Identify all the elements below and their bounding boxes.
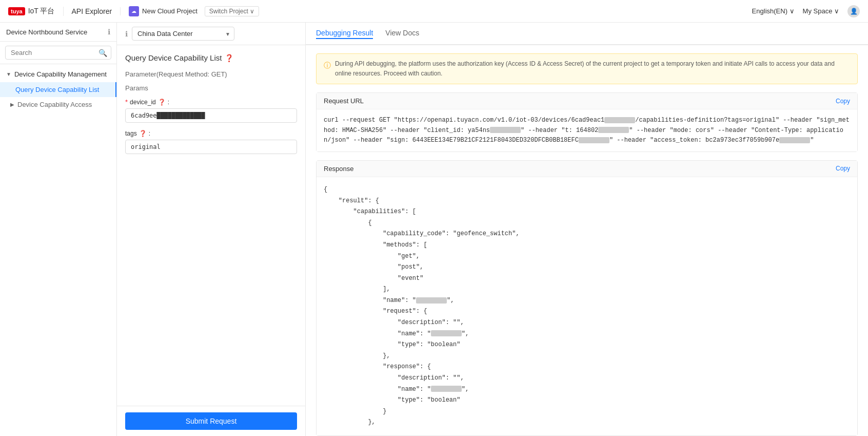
right-body: ⓘ During API debugging, the platform use… xyxy=(306,45,868,436)
middle-body: Query Device Capability List ❓ Parameter… xyxy=(117,45,305,406)
sidebar-item-query-device-capability-list[interactable]: Query Device Capability List xyxy=(0,82,116,97)
sidebar-group-label: Device Capability Management xyxy=(14,70,107,78)
redacted-name-2 xyxy=(431,330,462,336)
tags-input[interactable] xyxy=(125,140,297,154)
param-device-id: * device_id ❓ : xyxy=(125,98,297,123)
tuya-logo-icon: tuya xyxy=(8,7,25,15)
nav-right: English(EN) ∨ My Space ∨ 👤 xyxy=(752,5,860,17)
sidebar: Device Northbound Service ℹ 🔍 ▼ Device C… xyxy=(0,23,117,436)
api-help-icon[interactable]: ❓ xyxy=(225,54,233,62)
middle-header: ℹ China Data Center US Data Center EU Da… xyxy=(117,23,305,45)
params-heading: Params xyxy=(125,84,297,92)
chevron-down-icon: ▼ xyxy=(6,71,11,77)
sidebar-sub-group-capability-access[interactable]: ▶ Device Capability Access xyxy=(0,97,116,112)
copy-request-url-button[interactable]: Copy xyxy=(836,98,850,105)
response-header: Response Copy xyxy=(317,161,857,177)
param-tags-label: tags ❓ : xyxy=(125,130,297,137)
tab-view-docs[interactable]: View Docs xyxy=(385,29,419,39)
sidebar-group-header[interactable]: ▼ Device Capability Management xyxy=(0,66,116,82)
device-id-input[interactable] xyxy=(125,108,297,123)
info-circle-icon: ℹ xyxy=(125,30,128,38)
myspace-selector[interactable]: My Space ∨ xyxy=(803,7,839,15)
project-selector[interactable]: ☁ New Cloud Project Switch Project ∨ xyxy=(129,6,259,16)
redacted-5 xyxy=(779,137,810,143)
warning-text: During API debugging, the platform uses … xyxy=(335,59,850,79)
param-device-id-help-icon[interactable]: ❓ xyxy=(158,99,166,106)
right-tabs: Debugging Result View Docs xyxy=(306,23,868,45)
param-tags: tags ❓ : xyxy=(125,130,297,154)
search-icon: 🔍 xyxy=(98,49,107,57)
submit-request-button[interactable]: Submit Request xyxy=(125,412,297,430)
api-title: Query Device Capability List ❓ xyxy=(125,53,297,62)
response-section: Response Copy { "result": { "capabilitie… xyxy=(316,160,858,436)
response-label: Response xyxy=(324,165,354,173)
tuya-logo-text: IoT 平台 xyxy=(28,7,55,16)
tuya-logo: tuya IoT 平台 xyxy=(8,7,64,16)
redacted-3 xyxy=(598,127,629,133)
search-input[interactable] xyxy=(5,46,111,60)
redacted-1 xyxy=(604,117,635,123)
api-explorer-label: API Explorer xyxy=(72,7,121,15)
chevron-right-icon: ▶ xyxy=(10,102,14,107)
sidebar-title: Device Northbound Service xyxy=(6,28,87,36)
sidebar-group-capability-management: ▼ Device Capability Management Query Dev… xyxy=(0,66,116,97)
redacted-4 xyxy=(579,137,609,143)
param-section-title: Parameter(Request Method: GET) xyxy=(125,70,297,78)
info-icon: ℹ xyxy=(108,28,110,36)
warning-box: ⓘ During API debugging, the platform use… xyxy=(316,53,858,84)
data-center-select-wrapper: China Data Center US Data Center EU Data… xyxy=(132,27,234,41)
request-url-label: Request URL xyxy=(324,97,364,105)
tab-debugging-result[interactable]: Debugging Result xyxy=(316,29,373,39)
redacted-2 xyxy=(490,127,521,133)
request-url-code: curl --request GET "https://openapi.tuya… xyxy=(317,109,857,151)
avatar[interactable]: 👤 xyxy=(847,5,860,17)
main-layout: Device Northbound Service ℹ 🔍 ▼ Device C… xyxy=(0,23,868,436)
sidebar-search: 🔍 xyxy=(0,42,116,64)
response-code: { "result": { "capabilities": [ { "capab… xyxy=(317,177,857,435)
right-panel: Debugging Result View Docs ⓘ During API … xyxy=(306,23,868,436)
param-device-id-label: * device_id ❓ : xyxy=(125,98,297,106)
request-url-section: Request URL Copy curl --request GET "htt… xyxy=(316,92,858,152)
sidebar-header: Device Northbound Service ℹ xyxy=(0,23,116,42)
search-wrapper: 🔍 xyxy=(5,46,111,60)
middle-footer: Submit Request xyxy=(117,406,305,436)
language-selector[interactable]: English(EN) ∨ xyxy=(752,7,795,15)
top-nav: tuya IoT 平台 API Explorer ☁ New Cloud Pro… xyxy=(0,0,868,23)
project-icon: ☁ xyxy=(129,6,139,16)
warning-icon: ⓘ xyxy=(324,60,331,71)
sidebar-nav: ▼ Device Capability Management Query Dev… xyxy=(0,64,116,436)
project-name: New Cloud Project xyxy=(142,7,198,15)
data-center-select[interactable]: China Data Center US Data Center EU Data… xyxy=(132,27,234,41)
request-url-header: Request URL Copy xyxy=(317,93,857,109)
switch-project-button[interactable]: Switch Project ∨ xyxy=(205,6,259,16)
sidebar-sub-group-label: Device Capability Access xyxy=(17,101,92,108)
param-tags-help-icon[interactable]: ❓ xyxy=(139,130,147,137)
middle-panel: ℹ China Data Center US Data Center EU Da… xyxy=(117,23,306,436)
required-marker: * xyxy=(125,98,128,106)
copy-response-button[interactable]: Copy xyxy=(836,165,850,172)
redacted-name-1 xyxy=(416,297,447,304)
redacted-name-3 xyxy=(431,386,462,392)
